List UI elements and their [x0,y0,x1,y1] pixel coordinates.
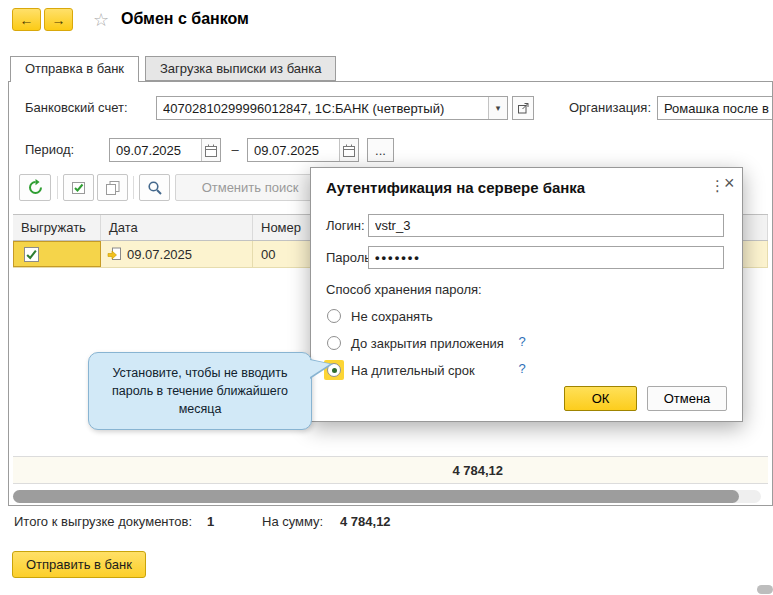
toolbar-separator [133,176,134,199]
document-export-icon [107,247,121,261]
radio-wrap [324,306,344,326]
forward-icon: → [52,12,66,28]
help-icon-long-term[interactable]: ? [516,361,528,376]
clear-flags-button[interactable] [97,174,128,201]
refresh-icon [27,179,44,196]
bank-account-input[interactable] [157,97,488,119]
bank-account-dropdown-button[interactable]: ▾ [488,97,507,119]
dialog-more-icon[interactable]: ⋮ [710,177,725,195]
checkmark-icon [25,248,38,261]
forward-button[interactable]: → [44,8,73,31]
radio-option-long-term[interactable]: На длительный срок [324,360,475,380]
period-from-input[interactable] [110,139,201,161]
tab-label: Загрузка выписки из банка [160,61,321,76]
radio-label: Не сохранять [351,309,433,324]
toolbar-separator [57,176,58,199]
chevron-down-icon: ▾ [496,103,501,113]
horizontal-scrollbar-thumb[interactable] [13,490,739,503]
sum-label: На сумму: [262,514,323,529]
tooltip-text: Установите, чтобы не вводить пароль в те… [112,366,288,416]
close-icon[interactable]: × [724,173,735,194]
organization-field[interactable] [657,96,773,120]
table-totals-row: 4 784,12 [13,456,768,484]
login-input[interactable] [369,215,723,236]
row-date: 09.07.2025 [127,247,192,262]
radio-label: На длительный срок [351,363,475,378]
cell-export[interactable] [13,241,101,267]
favorite-star-icon[interactable]: ☆ [93,9,109,31]
export-checkbox-checked[interactable] [24,247,39,262]
organization-label: Организация: [569,96,651,120]
search-button[interactable] [139,174,170,201]
copy-icon [105,180,121,196]
totals-count-value: 1 [207,514,214,529]
radio-option-dont-save[interactable]: Не сохранять [324,306,433,326]
bank-account-label: Банковский счет: [25,96,128,120]
tooltip-callout: Установите, чтобы не вводить пароль в те… [88,352,312,430]
period-to-field[interactable] [247,138,359,162]
row-number: 00 [261,247,275,262]
radio-label: До закрытия приложения [351,336,504,351]
radio-icon[interactable] [327,309,341,323]
period-to-calendar-button[interactable] [339,139,358,161]
sum-value: 4 784,12 [340,514,391,529]
period-from-calendar-button[interactable] [201,139,220,161]
password-field[interactable] [368,246,724,269]
check-all-icon [71,180,87,196]
password-input[interactable] [369,247,723,268]
tab-load-statement[interactable]: Загрузка выписки из банка [145,56,336,81]
page-title: Обмен с банком [121,10,249,28]
calendar-icon [205,144,217,157]
calendar-icon [343,144,355,157]
table-total-sum: 4 784,12 [257,457,503,484]
organization-input[interactable] [658,97,773,119]
help-icon-until-close[interactable]: ? [516,334,528,349]
cancel-search-button: Отменить поиск [175,174,325,201]
cell-date[interactable]: 09.07.2025 [101,241,253,267]
period-from-field[interactable] [109,138,221,162]
login-field[interactable] [368,214,724,237]
period-more-button[interactable]: ... [367,138,394,162]
bank-auth-dialog: Аутентификация на сервере банка ⋮ × Логи… [310,167,743,422]
horizontal-scrollbar[interactable] [13,490,761,503]
period-dash: – [229,138,241,162]
password-storage-label: Способ хранения пароля: [326,278,482,301]
period-to-input[interactable] [248,139,339,161]
dialog-title: Аутентификация на сервере банка [326,179,585,196]
totals-count-label: Итого к выгрузке документов: [14,514,192,529]
bank-account-open-button[interactable] [512,96,534,120]
column-header-date[interactable]: Дата [101,215,253,240]
cancel-button[interactable]: Отмена [647,386,727,411]
refresh-button[interactable] [19,174,51,201]
open-link-icon [517,102,530,115]
window-scrollbar-fragment[interactable] [757,585,773,594]
column-header-export[interactable]: Выгружать [13,215,101,240]
cancel-search-label: Отменить поиск [202,180,299,195]
search-icon [147,180,163,196]
tab-label: Отправка в банк [25,61,124,76]
ok-button[interactable]: ОК [564,386,637,411]
set-flags-button[interactable] [63,174,94,201]
login-label: Логин: [326,214,365,237]
period-label: Период: [25,138,74,162]
tab-send-to-bank[interactable]: Отправка в банк [10,56,139,82]
bank-account-field[interactable]: ▾ [156,96,508,120]
radio-icon[interactable] [327,336,341,350]
radio-option-until-close[interactable]: До закрытия приложения [324,333,504,353]
back-button[interactable]: ← [12,8,41,31]
back-icon: ← [20,12,34,28]
send-to-bank-button[interactable]: Отправить в банк [12,551,146,578]
radio-wrap [324,333,344,353]
